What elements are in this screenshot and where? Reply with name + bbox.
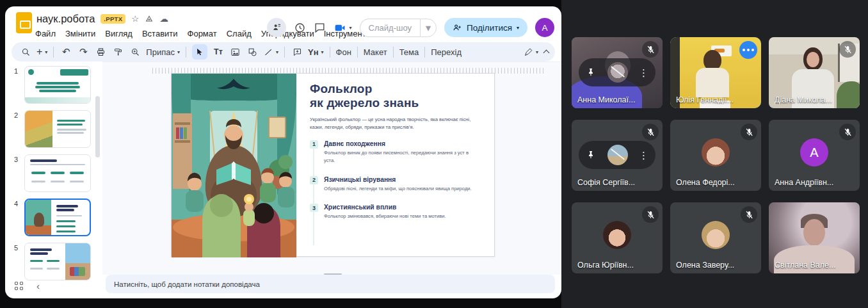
slide-number: 4	[14, 200, 18, 207]
zoom-in-icon[interactable]	[129, 44, 141, 60]
slide-thumbnail-4-selected[interactable]	[24, 199, 91, 236]
speaker-notes-input[interactable]: Натисніть, щоб додати нотатки доповідача	[106, 275, 555, 293]
zoom-fit-select[interactable]: Припас ▾	[146, 47, 180, 57]
text-box-tool[interactable]: Tт	[212, 44, 225, 60]
account-avatar[interactable]: А	[535, 18, 554, 37]
slideshow-button[interactable]: Слайд-шоу	[360, 19, 420, 37]
extra-tool-button[interactable]: Yн ▾	[308, 47, 324, 57]
pin-icon[interactable]	[586, 150, 596, 160]
present-to-meeting-button[interactable]	[267, 18, 286, 37]
collapse-toolbar-icon[interactable]	[543, 50, 550, 56]
insert-comment-icon[interactable]	[291, 44, 303, 60]
participant-tile[interactable]: Діана Микола...	[769, 37, 860, 108]
mic-muted-icon	[741, 124, 757, 140]
document-title[interactable]: наук.робота	[36, 13, 95, 25]
insert-line-tool[interactable]: ▾	[264, 47, 278, 57]
print-icon[interactable]	[94, 44, 107, 60]
current-slide[interactable]: Фольклор як джерело знань Український фо…	[171, 73, 495, 257]
new-slide-button[interactable]: + ▾	[36, 46, 47, 58]
participant-name: Ольга Юріївн...	[577, 261, 656, 270]
participant-tile[interactable]: ⋮ Софія Сергіїв...	[572, 120, 663, 191]
participant-photo-avatar	[702, 138, 730, 166]
transition-button[interactable]: Перехід	[431, 47, 462, 57]
menu-insert[interactable]: Вставити	[142, 29, 178, 38]
participant-tile-active[interactable]: Юлія Геннадії...	[670, 37, 761, 108]
chevron-down-icon[interactable]: ▾	[350, 25, 352, 31]
toolbar-separator	[53, 47, 54, 58]
menu-view[interactable]: Вигляд	[105, 29, 133, 38]
participant-tile[interactable]: А Анна Андріївн...	[769, 120, 860, 191]
layout-button[interactable]: Макет	[364, 47, 387, 57]
more-options-icon[interactable]: ⋮	[639, 150, 648, 160]
toolbar-separator	[284, 47, 285, 58]
slide-intro-text[interactable]: Український фольклор — це усна народна т…	[310, 116, 472, 131]
toolbar-separator	[357, 47, 358, 58]
join-call-button[interactable]: ▾	[334, 21, 352, 35]
document-status-cloud-icon[interactable]: ☁	[159, 15, 168, 24]
mic-muted-icon	[839, 124, 856, 140]
participant-name: Діана Микола...	[775, 95, 853, 104]
chevron-down-icon: ▾	[177, 49, 180, 55]
menu-format[interactable]: Формат	[188, 29, 217, 38]
slide-thumbnail-3[interactable]	[24, 154, 91, 192]
slideshow-options-button[interactable]: ▾	[420, 19, 437, 37]
toolbar-separator	[424, 47, 425, 58]
slide-thumbnail-2[interactable]	[24, 110, 91, 148]
chevron-down-icon[interactable]: ▾	[517, 25, 519, 31]
participants-grid: ⋮ Анна Миколаї... Юлія Геннадії... Діана…	[572, 37, 860, 273]
insert-shape-icon[interactable]	[246, 44, 259, 60]
participant-tile[interactable]: Олена Заверу...	[670, 202, 761, 273]
share-label: Поділитися	[467, 23, 512, 33]
slide-thumbnail-5[interactable]	[24, 243, 91, 280]
more-options-icon[interactable]: ⋮	[639, 68, 648, 77]
share-button[interactable]: Поділитися ▾	[444, 18, 527, 37]
search-menus-icon[interactable]	[19, 44, 32, 60]
toolbar-separator	[393, 47, 394, 58]
participant-avatar-muted	[607, 62, 628, 83]
menu-slide[interactable]: Слайд	[227, 29, 252, 38]
grid-view-button[interactable]	[15, 282, 23, 290]
select-tool-button[interactable]	[192, 44, 207, 60]
slide-number: 1	[14, 67, 18, 75]
chevron-down-icon: ▾	[45, 49, 47, 55]
slide-number: 3	[14, 156, 18, 163]
theme-button[interactable]: Тема	[399, 47, 419, 57]
menu-file[interactable]: Файл	[35, 29, 56, 38]
participant-tile[interactable]: Світлана Вале...	[769, 202, 860, 273]
slide-thumbnail-1[interactable]	[24, 66, 91, 104]
star-icon[interactable]: ☆	[131, 15, 139, 24]
item-text: Обрядові пісні, легенди та міфи, що пояс…	[324, 185, 478, 193]
paint-format-icon[interactable]	[111, 44, 124, 60]
mic-muted-icon	[642, 206, 659, 223]
redo-icon[interactable]: ↷	[77, 44, 90, 60]
collapse-filmstrip-icon[interactable]: ‹	[36, 280, 40, 291]
undo-icon[interactable]: ↶	[60, 44, 72, 60]
participant-name: Софія Сергіїв...	[577, 178, 656, 187]
insert-image-icon[interactable]	[229, 44, 242, 60]
filmstrip-scrollbar[interactable]	[95, 96, 100, 158]
filmstrip: 1 2 3 4 5	[5, 61, 102, 275]
add-to-drive-icon[interactable]	[145, 15, 154, 24]
slide-number: 2	[14, 111, 18, 119]
menu-edit[interactable]: Змінити	[65, 29, 95, 38]
slides-logo-icon[interactable]	[16, 12, 32, 33]
pin-icon[interactable]	[586, 67, 596, 77]
participant-name: Світлана Вале...	[775, 261, 853, 270]
pptx-badge: .PPTX	[100, 14, 125, 24]
slide-list-item: 3 Християнський вплив Фольклор змінювавс…	[310, 204, 484, 220]
version-history-icon[interactable]	[294, 22, 306, 34]
pen-tool-button[interactable]: ▾	[524, 47, 538, 57]
comments-icon[interactable]	[314, 22, 326, 34]
participant-tile[interactable]: Олена Федорі...	[670, 120, 761, 191]
slide-title[interactable]: Фольклор як джерело знань	[310, 82, 484, 110]
slide-canvas: Фольклор як джерело знань Український фо…	[102, 61, 561, 275]
background-button[interactable]: Фон	[336, 47, 351, 57]
more-options-button[interactable]	[739, 41, 757, 59]
participant-tile[interactable]: ⋮ Анна Миколаї...	[572, 37, 663, 108]
toolbar: + ▾ ↶ ↷ Припас ▾ Tт ▾	[12, 42, 555, 61]
tile-hover-controls: ⋮	[579, 141, 655, 169]
chevron-down-icon: ▾	[276, 49, 278, 55]
item-number-badge: 1	[310, 140, 318, 149]
participant-tile[interactable]: Ольга Юріївн...	[572, 202, 663, 273]
participant-photo-avatar	[702, 221, 730, 249]
